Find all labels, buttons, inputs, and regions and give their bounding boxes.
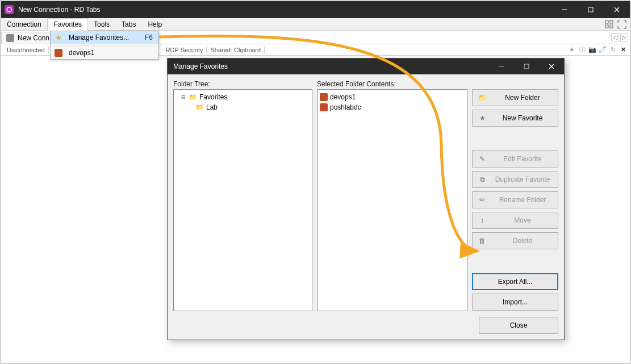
fullscreen-icon[interactable] — [617, 20, 626, 29]
dialog-titlebar: Manage Favorites — [168, 58, 564, 74]
dialog-title: Manage Favorites — [173, 62, 228, 70]
close-dialog-button[interactable]: Close — [479, 317, 558, 334]
menu-tabs[interactable]: Tabs — [116, 18, 142, 30]
svg-rect-5 — [605, 20, 608, 23]
window-title: New Connection - RD Tabs — [18, 6, 551, 14]
close-button[interactable] — [604, 1, 630, 18]
app-icon — [5, 5, 14, 14]
list-item-label: poshlabdc — [330, 103, 361, 111]
status-tools: ★ ⓘ 📷 🧷 ↻ ✕ — [567, 45, 628, 55]
connection-tab[interactable]: New Conn — [1, 32, 55, 44]
menu-manage-favorites[interactable]: ★ Manage Favorites... F6 — [51, 31, 158, 44]
selected-contents-label: Selected Folder Contents: — [317, 80, 467, 88]
folder-tree-label: Folder Tree: — [173, 80, 312, 88]
svg-rect-2 — [588, 7, 593, 12]
rename-folder-button[interactable]: ✏ Rename Folder — [472, 191, 558, 208]
refresh-tool-icon[interactable]: ↻ — [608, 45, 617, 55]
edit-favorite-button[interactable]: ✎ Edit Favorite — [472, 150, 558, 168]
dialog-close-button[interactable] — [539, 58, 564, 74]
menu-connection[interactable]: Connection — [1, 18, 48, 30]
tab-next-button[interactable]: ▷ — [620, 34, 628, 41]
list-item[interactable]: poshlabdc — [320, 102, 465, 112]
tab-nav: ◁ ▷ — [609, 31, 630, 44]
window-controls — [551, 1, 630, 18]
rename-icon: ✏ — [477, 196, 487, 204]
rdp-icon — [320, 93, 328, 101]
rdp-icon — [320, 103, 328, 111]
dialog-maximize-button[interactable] — [514, 58, 539, 74]
manage-favorites-dialog: Manage Favorites Folder Tree: ⊟ 📁 Favori… — [167, 58, 565, 340]
menu-help[interactable]: Help — [142, 18, 168, 30]
edit-icon: ✎ — [477, 155, 487, 163]
camera-tool-icon[interactable]: 📷 — [588, 45, 597, 55]
menu-tools[interactable]: Tools — [88, 18, 116, 30]
new-favorite-button[interactable]: ★ New Favorite — [472, 110, 558, 127]
rdp-icon — [55, 49, 62, 57]
svg-rect-6 — [610, 20, 613, 23]
svg-rect-10 — [524, 64, 529, 69]
grid-view-icon[interactable] — [605, 20, 614, 29]
move-icon: ↕ — [477, 216, 487, 224]
svg-rect-8 — [610, 25, 613, 28]
attach-tool-icon[interactable]: 🧷 — [598, 45, 607, 55]
duplicate-icon: ⧉ — [477, 175, 487, 183]
titlebar: New Connection - RD Tabs — [1, 1, 630, 18]
folder-tree[interactable]: ⊟ 📁 Favorites 📁 Lab — [173, 89, 312, 311]
status-security: RDP Security — [162, 47, 207, 53]
tree-collapse-icon[interactable]: ⊟ — [181, 94, 186, 100]
connection-tab-label: New Conn — [18, 34, 49, 42]
delete-button[interactable]: 🗑 Delete — [472, 232, 558, 249]
new-folder-icon: 📁 — [477, 94, 487, 102]
new-folder-button[interactable]: 📁 New Folder — [472, 89, 558, 106]
menu-favorite-entry-label: devops1 — [66, 49, 158, 57]
dialog-minimize-button[interactable] — [489, 58, 514, 74]
menu-favorites[interactable]: Favorites — [48, 18, 88, 31]
folder-icon: 📁 — [195, 103, 204, 111]
status-shared: Shared: Clipboard — [207, 47, 265, 53]
star-tool-icon[interactable]: ★ — [567, 45, 576, 55]
star-icon: ★ — [55, 33, 62, 42]
status-connection: Disconnected — [3, 47, 49, 53]
maximize-button[interactable] — [578, 1, 604, 18]
minimize-button[interactable] — [551, 1, 578, 18]
favorites-dropdown: ★ Manage Favorites... F6 devops1 — [50, 31, 159, 60]
menu-separator — [53, 45, 156, 45]
svg-rect-7 — [605, 25, 608, 28]
delete-icon: 🗑 — [477, 237, 487, 245]
tab-prev-button[interactable]: ◁ — [611, 34, 619, 41]
svg-point-0 — [7, 7, 11, 12]
menu-manage-favorites-shortcut: F6 — [145, 34, 158, 41]
folder-contents-list[interactable]: devops1 poshlabdc — [317, 89, 467, 311]
tree-root-label: Favorites — [199, 93, 227, 101]
list-item[interactable]: devops1 — [320, 92, 465, 102]
move-button[interactable]: ↕ Move — [472, 212, 558, 229]
duplicate-favorite-button[interactable]: ⧉ Duplicate Favorite — [472, 171, 558, 188]
list-item-label: devops1 — [330, 93, 356, 101]
info-tool-icon[interactable]: ⓘ — [578, 45, 587, 55]
tree-child-label: Lab — [206, 103, 218, 111]
menu-manage-favorites-label: Manage Favorites... — [66, 34, 145, 41]
tree-child[interactable]: 📁 Lab — [176, 102, 310, 112]
tree-root[interactable]: ⊟ 📁 Favorites — [176, 92, 310, 102]
rdp-icon — [6, 34, 14, 42]
folder-icon: 📁 — [189, 93, 197, 101]
menu-favorite-entry[interactable]: devops1 — [51, 47, 158, 59]
close-tool-icon[interactable]: ✕ — [619, 45, 628, 55]
star-icon: ★ — [477, 114, 487, 122]
export-all-button[interactable]: Export All... — [472, 273, 558, 290]
import-button[interactable]: Import... — [472, 294, 558, 311]
menubar: Connection Favorites Tools Tabs Help — [1, 18, 630, 31]
